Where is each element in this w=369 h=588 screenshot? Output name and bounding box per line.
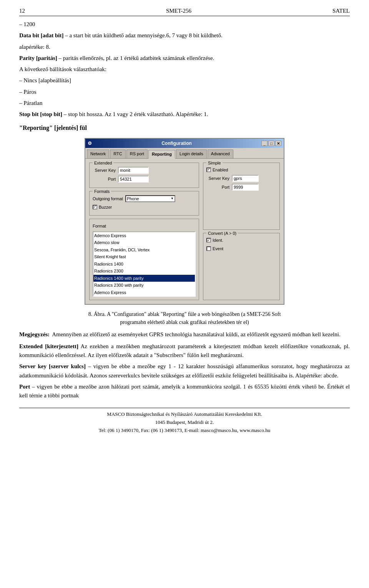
simple-port-input[interactable] xyxy=(232,184,259,191)
format-option-3[interactable]: Silent Knight fast xyxy=(93,253,195,261)
right-column: Simple Enabled Server Key Port xyxy=(203,163,280,301)
tab-rtc[interactable]: RTC xyxy=(110,149,125,158)
note-label: Megjegyzés: xyxy=(19,330,50,339)
buzzer-checkbox[interactable] xyxy=(93,205,97,209)
server-key-label: Server Key xyxy=(93,167,116,174)
convert-legend: Convert (A > 0) xyxy=(206,230,238,237)
ident-label: Ident. xyxy=(213,237,223,244)
note-section: Megjegyzés: Amennyiben az előfizető az e… xyxy=(19,330,350,339)
note-text: Amennyiben az előfizető az eseményeket G… xyxy=(52,330,341,339)
line-1200: – 1200 xyxy=(19,20,350,29)
outgoing-format-label: Outgoing format xyxy=(93,196,123,202)
port-title: Port xyxy=(19,384,30,390)
server-key-section: Server key [szerver kulcs] – vigyen be e… xyxy=(19,362,350,380)
page-number: 12 xyxy=(19,8,25,14)
choices-intro: A következő bállítások választhatóak: xyxy=(19,65,350,74)
intro-block: – 1200 Data bit [adat bit] – a start bit… xyxy=(19,20,350,119)
tab-reporting[interactable]: Reporting xyxy=(148,150,175,159)
tab-rs-port[interactable]: RS port xyxy=(126,149,148,158)
dialog-title-icon: ⚙ xyxy=(88,140,92,147)
tab-login-details[interactable]: Login details xyxy=(176,149,207,158)
stop-bit-text: Stop bit [stop bit] – stop bit hossza. A… xyxy=(19,110,350,119)
simple-server-key-label: Server Key xyxy=(206,175,229,182)
formats-legend: Formats xyxy=(93,188,111,195)
section-title: "Reporting" [jelentés] fül xyxy=(19,123,350,133)
enabled-row: Enabled xyxy=(206,167,276,173)
event-row: Event xyxy=(206,246,276,252)
footer: MASCO Biztonságtechnikai és Nyílászáró A… xyxy=(19,408,350,434)
page-content: – 1200 Data bit [adat bit] – a start bit… xyxy=(19,20,350,400)
choice-paros: – Páros xyxy=(19,88,350,96)
page-header: 12 SMET-256 SATEL xyxy=(19,8,350,16)
minimize-button[interactable]: _ xyxy=(261,141,268,146)
dialog-body: Extended Server Key Port xyxy=(85,158,284,304)
close-button[interactable]: ✕ xyxy=(275,141,281,146)
brand-name: SATEL xyxy=(332,8,350,14)
server-key-row: Server Key xyxy=(93,167,196,174)
left-column: Extended Server Key Port xyxy=(89,163,199,301)
dialog-tabs: Network RTC RS port Reporting Login deta… xyxy=(85,148,284,158)
ident-checkbox[interactable] xyxy=(206,238,211,243)
format-option-6[interactable]: Radionics 1400 with parity xyxy=(93,275,195,282)
format-listbox[interactable]: Ademco Express Ademco slow Sescoa, Frank… xyxy=(93,231,196,297)
simple-content: Enabled Server Key Port xyxy=(206,167,276,191)
format-panel: Format Ademco Express Ademco slow Sescoa… xyxy=(89,219,199,300)
formats-content: Outgoing format Phone ▼ Buzzer xyxy=(93,195,196,211)
format-label: Format xyxy=(93,223,106,229)
dialog-titlebar: ⚙ Configuration _ □ ✕ xyxy=(85,139,284,148)
extended-panel: Extended Server Key Port xyxy=(89,163,199,188)
footer-company: MASCO Biztonságtechnikai és Nyílászáró A… xyxy=(19,410,350,419)
dialog-title-text: Configuration xyxy=(161,140,192,147)
server-key-title: Server key [szerver kulcs] xyxy=(19,363,86,369)
format-content: Format Ademco Express Ademco slow Sescoa… xyxy=(93,223,196,297)
extended-section: Extended [kiterjesztett] Az ezekben a me… xyxy=(19,342,350,360)
outgoing-format-dropdown[interactable]: Phone ▼ xyxy=(125,195,175,202)
simple-legend: Simple xyxy=(206,160,223,166)
format-option-1[interactable]: Ademco slow xyxy=(93,239,195,246)
convert-content: Ident. Event xyxy=(206,237,276,252)
convert-panel: Convert (A > 0) Ident. Event xyxy=(203,233,280,300)
parity-text: Parity [paritás] – paritás ellenőrzés, p… xyxy=(19,54,350,63)
choice-paratlan: – Páratlan xyxy=(19,99,350,108)
footer-contact: Tel: (06 1) 3490170, Fax: (06 1) 3490173… xyxy=(19,427,350,435)
extended-legend: Extended xyxy=(93,160,113,166)
tab-network[interactable]: Network xyxy=(87,149,109,158)
simple-server-key-row: Server Key xyxy=(206,175,276,182)
format-option-5[interactable]: Radionics 2300 xyxy=(93,267,195,275)
choice-nincs: – Nincs [alapbeállítás] xyxy=(19,76,350,85)
footer-address: 1045 Budapest, Madridi út 2. xyxy=(19,419,350,427)
figure-caption-text: 8. Ábra. A "Configuration" ablak "Report… xyxy=(88,311,281,325)
event-label: Event xyxy=(213,246,223,252)
configuration-dialog: ⚙ Configuration _ □ ✕ Network RTC RS por… xyxy=(85,138,284,305)
figure-caption: 8. Ábra. A "Configuration" ablak "Report… xyxy=(19,310,350,326)
formats-panel: Formats Outgoing format Phone ▼ xyxy=(89,191,199,216)
dialog-wrapper: ⚙ Configuration _ □ ✕ Network RTC RS por… xyxy=(19,138,350,305)
simple-server-key-input[interactable] xyxy=(232,175,259,182)
event-checkbox[interactable] xyxy=(206,246,211,251)
outgoing-format-row: Outgoing format Phone ▼ xyxy=(93,195,196,202)
document-title: SMET-256 xyxy=(166,8,191,14)
tab-advanced[interactable]: Advanced xyxy=(208,149,233,158)
format-option-4[interactable]: Radionics 1400 xyxy=(93,261,195,268)
enabled-checkbox[interactable] xyxy=(206,168,211,172)
extended-content: Server Key Port xyxy=(93,167,196,183)
format-option-2[interactable]: Sescoa, Franklin, DCI, Vertex xyxy=(93,246,195,254)
dropdown-arrow-icon: ▼ xyxy=(171,196,174,201)
server-key-input[interactable] xyxy=(118,167,149,174)
format-label-row: Format xyxy=(93,223,196,229)
port-label: Port xyxy=(93,176,116,183)
data-bit-text: Data bit [adat bit] – a start bit után k… xyxy=(19,31,350,40)
titlebar-buttons: _ □ ✕ xyxy=(261,141,281,146)
port-desc: – vigyen be ebbe a mezőbe azon hálózati … xyxy=(19,384,350,399)
simple-port-row: Port xyxy=(206,184,276,191)
format-option-7[interactable]: Radionics 2300 with parity xyxy=(93,282,195,289)
format-option-0[interactable]: Ademco Express xyxy=(93,232,195,239)
buzzer-row: Buzzer xyxy=(93,204,196,211)
port-input[interactable] xyxy=(118,176,149,183)
maximize-button[interactable]: □ xyxy=(268,141,274,146)
simple-port-label: Port xyxy=(206,184,229,191)
enabled-label: Enabled xyxy=(213,167,228,173)
port-row: Port xyxy=(93,176,196,183)
format-option-8[interactable]: Ademco Express xyxy=(93,289,195,296)
extended-title: Extended [kiterjesztett] xyxy=(19,343,78,349)
